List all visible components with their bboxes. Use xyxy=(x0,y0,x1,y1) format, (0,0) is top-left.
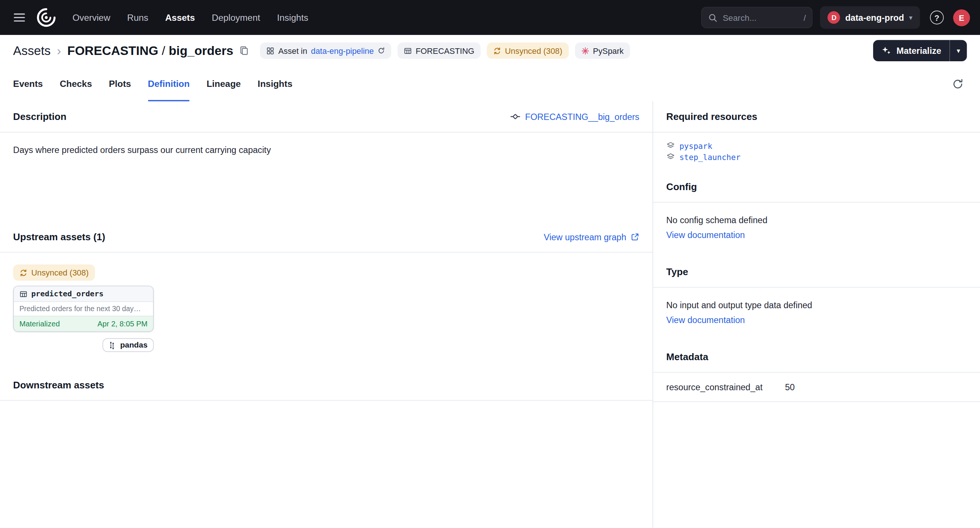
materialized-status-label: Materialized xyxy=(19,319,60,328)
section-title: Downstream assets xyxy=(13,379,104,390)
view-upstream-graph-link[interactable]: View upstream graph xyxy=(544,232,640,242)
nav-link-assets[interactable]: Assets xyxy=(165,13,195,23)
materialize-split-button: Materialize ▾ xyxy=(873,40,967,61)
group-chip-label: FORECASTING xyxy=(416,46,474,55)
layers-icon xyxy=(666,142,675,150)
tab-definition[interactable]: Definition xyxy=(148,66,190,101)
config-view-documentation-link[interactable]: View documentation xyxy=(666,230,967,240)
materialize-button[interactable]: Materialize xyxy=(873,40,950,61)
table-icon xyxy=(404,46,412,54)
metadata-value: 50 xyxy=(785,382,795,392)
hamburger-menu-icon[interactable] xyxy=(10,8,29,27)
materialize-caret-button[interactable]: ▾ xyxy=(950,40,967,61)
config-body: No config schema defined View documentat… xyxy=(653,203,980,256)
unsynced-chip-label: Unsynced (308) xyxy=(505,46,562,55)
search-box[interactable]: / xyxy=(702,7,813,28)
deployment-selector[interactable]: D data-eng-prod ▾ xyxy=(820,6,920,29)
section-title: Metadata xyxy=(666,351,708,362)
unsynced-badge[interactable]: Unsynced (308) xyxy=(13,264,95,281)
deployment-name: data-eng-prod xyxy=(845,13,904,23)
definition-sidebar: Required resources pyspark step_launcher xyxy=(653,101,980,528)
asset-tag-chips: Asset in data-eng-pipeline FORECASTING U… xyxy=(260,42,630,59)
resource-link-pyspark[interactable]: pyspark xyxy=(679,141,712,150)
tab-checks[interactable]: Checks xyxy=(60,66,92,101)
asset-node-header: predicted_orders xyxy=(14,286,153,302)
resources-section-header: Required resources xyxy=(653,101,980,132)
asset-header-row: Assets › FORECASTING / big_orders Asset … xyxy=(0,35,980,66)
copy-icon[interactable] xyxy=(239,46,249,56)
asset-in-pipeline-chip[interactable]: Asset in data-eng-pipeline xyxy=(260,42,391,59)
description-section-header: Description FORECASTING__big_orders xyxy=(0,101,652,132)
resource-link-step-launcher[interactable]: step_launcher xyxy=(679,152,741,162)
deployment-badge: D xyxy=(828,11,840,24)
description-text: Days where predicted orders surpass our … xyxy=(0,132,652,221)
primary-nav: Overview Runs Assets Deployment Insights xyxy=(72,13,308,23)
top-navbar: Overview Runs Assets Deployment Insights… xyxy=(0,0,980,35)
materialize-label: Materialize xyxy=(896,46,942,56)
external-link-icon xyxy=(631,232,640,241)
badge-row: Unsynced (308) xyxy=(13,264,639,281)
asset-name: big_orders xyxy=(169,43,233,57)
layers-icon xyxy=(666,153,675,162)
sync-icon xyxy=(19,269,27,277)
section-title: Type xyxy=(666,266,688,277)
pandas-kind-chip[interactable]: pandas xyxy=(103,338,154,352)
sparkle-icon xyxy=(881,46,892,56)
search-icon xyxy=(708,13,718,22)
view-upstream-graph-label: View upstream graph xyxy=(544,232,626,242)
section-title: Config xyxy=(666,181,697,192)
metadata-row: resource_constrained_at 50 xyxy=(653,372,980,402)
nav-link-overview[interactable]: Overview xyxy=(72,13,110,23)
unsynced-chip[interactable]: Unsynced (308) xyxy=(487,42,568,59)
asset-node-name: predicted_orders xyxy=(31,289,103,299)
kind-row: pandas xyxy=(13,338,154,352)
tab-events[interactable]: Events xyxy=(13,66,43,101)
asset-node-card[interactable]: predicted_orders Predicted orders for th… xyxy=(13,286,154,332)
pandas-chip-label: pandas xyxy=(120,341,148,350)
refresh-icon[interactable] xyxy=(948,74,967,93)
kind-pyspark-chip[interactable]: PySpark xyxy=(574,42,630,59)
nav-link-deployment[interactable]: Deployment xyxy=(212,13,260,23)
materialized-timestamp: Apr 2, 8:05 PM xyxy=(98,319,148,328)
upstream-node: predicted_orders Predicted orders for th… xyxy=(13,286,154,351)
table-icon xyxy=(19,289,27,298)
breadcrumb-assets-link[interactable]: Assets xyxy=(13,43,51,58)
section-title: Upstream assets (1) xyxy=(13,231,105,242)
metadata-section-header: Metadata xyxy=(653,341,980,372)
sync-icon xyxy=(493,46,501,54)
user-avatar[interactable]: E xyxy=(953,9,970,25)
pipeline-link[interactable]: data-eng-pipeline xyxy=(311,46,374,55)
asset-node-status-bar: Materialized Apr 2, 8:05 PM xyxy=(14,316,153,331)
tab-lineage[interactable]: Lineage xyxy=(207,66,240,101)
section-title: Required resources xyxy=(666,111,757,122)
refresh-icon xyxy=(377,47,385,54)
breadcrumb-separator: › xyxy=(57,43,61,58)
definition-main-pane: Description FORECASTING__big_orders Days… xyxy=(0,101,653,528)
downstream-section-header: Downstream assets xyxy=(0,369,652,401)
asset-tabs: Events Checks Plots Definition Lineage I… xyxy=(0,66,980,101)
kind-chip-label: PySpark xyxy=(593,46,624,55)
content-area: Description FORECASTING__big_orders Days… xyxy=(0,101,980,528)
dagster-logo-icon[interactable] xyxy=(34,5,59,30)
group-chip[interactable]: FORECASTING xyxy=(398,42,481,59)
asset-group-name: FORECASTING xyxy=(67,43,158,57)
nav-link-insights[interactable]: Insights xyxy=(277,13,308,23)
resource-item: pyspark xyxy=(666,140,967,151)
nav-link-runs[interactable]: Runs xyxy=(127,13,148,23)
chevron-down-icon: ▾ xyxy=(957,46,960,54)
type-body: No input and output type data defined Vi… xyxy=(653,287,980,341)
help-icon[interactable]: ? xyxy=(930,11,943,24)
upstream-assets-body: Unsynced (308) predicted_orders Predicte… xyxy=(0,253,652,369)
tab-insights[interactable]: Insights xyxy=(258,66,293,101)
tab-plots[interactable]: Plots xyxy=(109,66,131,101)
type-section-header: Type xyxy=(653,256,980,287)
type-message: No input and output type data defined xyxy=(666,300,812,310)
type-view-documentation-link[interactable]: View documentation xyxy=(666,315,967,325)
asset-key-link[interactable]: FORECASTING__big_orders xyxy=(510,111,639,122)
tabs-spacer xyxy=(309,66,948,101)
search-input[interactable] xyxy=(723,13,799,22)
resources-list: pyspark step_launcher xyxy=(653,132,980,171)
spark-icon xyxy=(581,46,589,54)
title-slash: / xyxy=(158,43,169,57)
asset-key-link-label: FORECASTING__big_orders xyxy=(525,112,640,122)
